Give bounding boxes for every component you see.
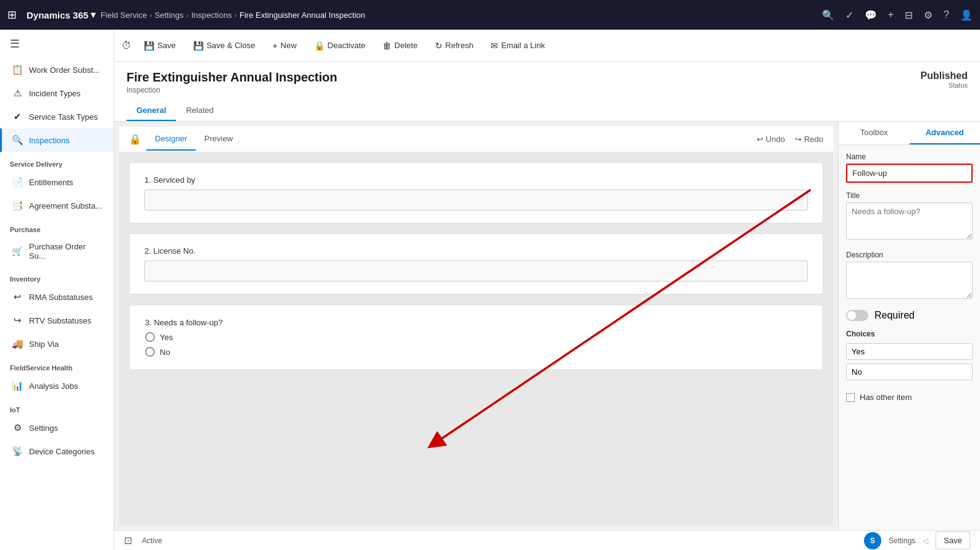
field-label-serviced-by: 1. Serviced by <box>144 175 808 185</box>
delete-button[interactable]: 🗑 Delete <box>375 37 425 54</box>
right-panel-tabs: Toolbox Advanced <box>839 122 980 145</box>
status-bar-right: S Settings ◁ Save <box>864 531 970 549</box>
rp-description-label: Description <box>846 251 973 259</box>
required-toggle[interactable] <box>846 310 868 321</box>
breadcrumb-current: Fire Extinguisher Annual Inspection <box>239 10 365 20</box>
sidebar-label-device-categories: Device Categories <box>29 447 94 456</box>
sidebar-item-service-task-types[interactable]: ✔ Service Task Types <box>0 105 114 128</box>
field-input-license-no[interactable] <box>144 260 808 281</box>
tab-related[interactable]: Related <box>176 101 223 121</box>
page-header: Fire Extinguisher Annual Inspection Insp… <box>114 62 980 122</box>
filter-icon[interactable]: ⊟ <box>905 9 913 21</box>
tab-designer[interactable]: Designer <box>146 128 196 151</box>
check-icon[interactable]: ✓ <box>845 9 853 21</box>
redo-action[interactable]: ↪ Redo <box>795 135 823 144</box>
save-close-button[interactable]: 💾 Save & Close <box>186 37 263 54</box>
undo-action[interactable]: ↩ Undo <box>757 135 785 144</box>
has-other-checkbox[interactable] <box>846 393 855 402</box>
rp-choices-section: Choices <box>846 330 973 384</box>
status-bar: ⊡ Active S Settings ◁ Save <box>114 530 980 550</box>
sidebar-label-incident-types: Incident Types <box>29 89 81 98</box>
field-input-serviced-by[interactable] <box>144 190 808 210</box>
form-field-needs-followup: 3. Needs a follow-up? Yes No <box>129 304 823 370</box>
tab-preview[interactable]: Preview <box>196 128 241 151</box>
new-button[interactable]: + New <box>265 37 304 54</box>
refresh-icon: ↻ <box>435 41 442 51</box>
sidebar-label-rma: RMA Substatuses <box>29 293 93 302</box>
save-button[interactable]: 💾 Save <box>136 37 183 54</box>
sidebar-item-rtv[interactable]: ↪ RTV Substatuses <box>0 309 114 332</box>
email-icon: ✉ <box>491 41 498 51</box>
breadcrumb-settings[interactable]: Settings <box>155 10 184 20</box>
sidebar-item-ship-via[interactable]: 🚚 Ship Via <box>0 332 114 356</box>
sidebar-item-rma[interactable]: ↩ RMA Substatuses <box>0 285 114 309</box>
form-field-license-no: 2. License No. <box>129 233 823 294</box>
email-link-button[interactable]: ✉ Email a Link <box>483 37 552 54</box>
rp-has-other-row: Has other item <box>846 393 973 402</box>
sidebar-item-work-order-subst[interactable]: 📋 Work Order Subst... <box>0 58 114 81</box>
choice-input-yes[interactable] <box>846 343 973 360</box>
search-icon[interactable]: 🔍 <box>822 9 834 21</box>
breadcrumb-inspections[interactable]: Inspections <box>191 10 232 20</box>
tab-advanced[interactable]: Advanced <box>910 122 981 144</box>
choices-label: Choices <box>846 330 973 338</box>
settings-icon[interactable]: ⚙ <box>924 9 932 21</box>
sidebar-item-incident-types[interactable]: ⚠ Incident Types <box>0 81 114 105</box>
iot-settings-icon: ⚙ <box>12 422 23 433</box>
app-name[interactable]: Field Service <box>101 10 147 20</box>
sidebar-item-analysis-jobs[interactable]: 📊 Analysis Jobs <box>0 374 114 398</box>
top-nav: ⊞ Dynamics 365 ▾ Field Service › Setting… <box>0 0 980 30</box>
incident-types-icon: ⚠ <box>12 88 23 99</box>
user-icon[interactable]: 👤 <box>960 9 973 21</box>
rtv-icon: ↪ <box>12 315 23 326</box>
brand[interactable]: Dynamics 365 ▾ <box>27 9 96 20</box>
sidebar-item-device-categories[interactable]: 📡 Device Categories <box>0 440 114 463</box>
status-bar-status: Active <box>142 536 162 545</box>
sidebar-toggle[interactable]: ☰ <box>0 30 114 58</box>
form-canvas-wrapper: 🔒 Designer Preview ↩ Undo ↪ Redo <box>114 122 838 530</box>
analysis-icon: 📊 <box>12 380 23 391</box>
sidebar-item-purchase-order[interactable]: 🛒 Purchase Order Su... <box>0 236 114 267</box>
grid-icon[interactable]: ⊞ <box>7 8 17 22</box>
rp-field-title: Title <box>846 191 973 242</box>
sidebar-item-agreement-substa[interactable]: 📑 Agreement Substa... <box>0 194 114 217</box>
save-close-icon: 💾 <box>193 41 204 51</box>
rp-description-input[interactable] <box>846 262 973 299</box>
content-area: ⏱ 💾 Save 💾 Save & Close + New 🔒 Deactiva… <box>114 30 980 550</box>
choice-input-no[interactable] <box>846 364 973 380</box>
add-icon[interactable]: + <box>888 9 894 20</box>
question-icon[interactable]: ? <box>944 9 949 20</box>
pin-icon[interactable]: ◁ <box>923 536 928 545</box>
tab-general[interactable]: General <box>127 101 176 121</box>
rma-icon: ↩ <box>12 291 23 302</box>
section-title-fieldservice-health: FieldService Health <box>0 356 114 374</box>
radio-group-followup: Yes No <box>145 332 807 357</box>
sidebar-label-analysis-jobs: Analysis Jobs <box>29 381 78 391</box>
sidebar-item-entitlements[interactable]: 📄 Entitlements <box>0 170 114 194</box>
delete-label: Delete <box>394 41 418 50</box>
save-label: Save <box>157 41 176 50</box>
radio-circle-yes <box>145 332 155 342</box>
tab-toolbox[interactable]: Toolbox <box>839 122 910 144</box>
help-icon[interactable]: 💬 <box>865 9 877 21</box>
user-label: Settings <box>889 536 915 545</box>
sidebar-item-inspections[interactable]: 🔍 Inspections <box>0 128 114 152</box>
sidebar-item-iot-settings[interactable]: ⚙ Settings <box>0 416 114 440</box>
rp-name-input[interactable] <box>846 164 973 183</box>
deactivate-icon: 🔒 <box>314 41 325 51</box>
sidebar-label-inspections: Inspections <box>29 136 70 145</box>
entitlements-icon: 📄 <box>12 177 23 188</box>
user-avatar: S <box>864 532 881 549</box>
rp-title-input[interactable] <box>846 202 973 240</box>
statusbar-save-button[interactable]: Save <box>936 531 970 549</box>
radio-option-no[interactable]: No <box>145 347 807 357</box>
command-bar: ⏱ 💾 Save 💾 Save & Close + New 🔒 Deactiva… <box>114 30 980 62</box>
rp-field-name: Name <box>846 152 973 183</box>
right-panel-body: Name Title Description <box>839 145 980 409</box>
redo-label: Redo <box>804 135 823 144</box>
device-categories-icon: 📡 <box>12 446 23 457</box>
history-icon[interactable]: ⏱ <box>122 40 131 51</box>
radio-option-yes[interactable]: Yes <box>145 332 807 342</box>
refresh-button[interactable]: ↻ Refresh <box>428 37 481 54</box>
deactivate-button[interactable]: 🔒 Deactivate <box>307 37 373 54</box>
